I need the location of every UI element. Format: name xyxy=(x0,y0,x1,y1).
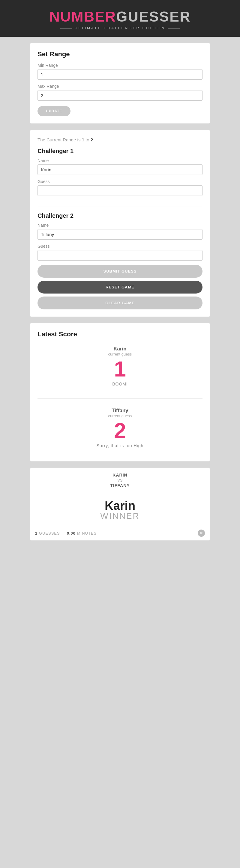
winner-player1: KARIN xyxy=(35,473,205,477)
winner-label: WINNER xyxy=(35,511,205,521)
title-number: NUMBER xyxy=(49,9,116,25)
winner-player2: TIFFANY xyxy=(35,483,205,488)
score-divider xyxy=(37,398,203,399)
minutes-count: 0.00 xyxy=(67,531,76,535)
winner-name: Karin xyxy=(35,499,205,513)
max-range-input[interactable] xyxy=(37,90,203,101)
challenger2-name-input[interactable] xyxy=(37,229,203,240)
range-prefix: The Current Range is xyxy=(37,137,82,142)
latest-score-card: Latest Score Karin current guess 1 BOOM!… xyxy=(30,323,210,462)
range-max: 2 xyxy=(90,137,93,142)
player2-score-number: 2 xyxy=(37,420,203,441)
challenger2-guess-input[interactable] xyxy=(37,250,203,260)
update-button[interactable]: UPDATE xyxy=(37,106,71,116)
page-body: Set Range Min Range Max Range UPDATE The… xyxy=(0,37,240,565)
vs-text: VS xyxy=(35,478,205,483)
set-range-card: Set Range Min Range Max Range UPDATE xyxy=(30,43,210,124)
winner-footer: 1 GUESSES 0.00 MINUTES ✕ xyxy=(30,526,210,540)
guesses-count: 1 xyxy=(35,531,37,535)
winner-stats: 1 GUESSES 0.00 MINUTES xyxy=(35,531,97,535)
latest-score-title: Latest Score xyxy=(37,330,203,338)
player1-score-result: BOOM! xyxy=(37,381,203,386)
player1-score-number: 1 xyxy=(37,358,203,380)
range-to: to xyxy=(84,137,90,142)
player2-score-section: Tiffany current guess 2 Sorry, that is t… xyxy=(37,405,203,454)
close-winner-button[interactable]: ✕ xyxy=(198,530,205,537)
app-title: NUMBERGUESSER xyxy=(49,8,190,25)
challenger1-title: Challenger 1 xyxy=(37,148,203,155)
header: NUMBERGUESSER ULTIMATE CHALLENGER EDITIO… xyxy=(0,0,240,37)
player1-score-label: current guess xyxy=(37,352,203,356)
challenger1-guess-input[interactable] xyxy=(37,185,203,196)
guesses-label: GUESSES xyxy=(39,531,60,535)
subtitle-text: ULTIMATE CHALLENGER EDITION xyxy=(75,26,165,30)
clear-game-button[interactable]: CLEAR GAME xyxy=(37,297,203,309)
challenger2-name-label: Name xyxy=(37,223,203,228)
challenger1-name-label: Name xyxy=(37,158,203,163)
min-range-input[interactable] xyxy=(37,69,203,80)
bottom-space xyxy=(30,547,210,559)
game-card: The Current Range is 1 to 2 Challenger 1… xyxy=(30,130,210,317)
minutes-label: MINUTES xyxy=(77,531,97,535)
winner-card: KARIN VS TIFFANY Karin WINNER 1 GUESSES … xyxy=(30,468,210,540)
reset-game-button[interactable]: RESET GAME xyxy=(37,281,203,293)
challenger2-guess-label: Guess xyxy=(37,244,203,249)
min-range-label: Min Range xyxy=(37,63,203,68)
player2-score-name: Tiffany xyxy=(37,408,203,414)
challenger2-title: Challenger 2 xyxy=(37,212,203,219)
player2-score-label: current guess xyxy=(37,414,203,418)
app-subtitle: ULTIMATE CHALLENGER EDITION xyxy=(60,26,180,30)
player1-score-name: Karin xyxy=(37,346,203,352)
player1-score-section: Karin current guess 1 BOOM! xyxy=(37,343,203,392)
player2-score-result: Sorry, that is too High xyxy=(37,443,203,448)
range-min: 1 xyxy=(82,137,84,142)
max-range-label: Max Range xyxy=(37,84,203,89)
winner-vs-section: KARIN VS TIFFANY xyxy=(30,468,210,493)
submit-guess-button[interactable]: SUBMIT GUESS xyxy=(37,265,203,278)
winner-body: Karin WINNER xyxy=(30,493,210,526)
challenger1-name-input[interactable] xyxy=(37,164,203,175)
challenger1-guess-label: Guess xyxy=(37,179,203,184)
set-range-title: Set Range xyxy=(37,50,203,58)
range-info: The Current Range is 1 to 2 xyxy=(37,137,203,142)
title-guesser: GUESSER xyxy=(116,9,191,25)
